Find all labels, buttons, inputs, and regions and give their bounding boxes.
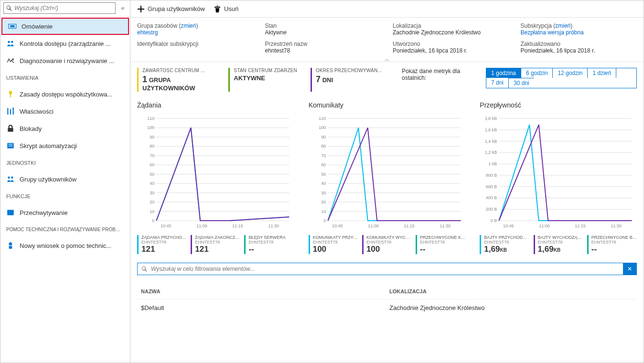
add-group-button[interactable]: Grupa użytkowników <box>137 5 205 13</box>
metric-label: ŻĄDANIA PRZYCHODZĄCE... <box>141 235 187 240</box>
sub-id-label: Identyfikator subskrypcji <box>137 41 254 47</box>
sidebar-search-input[interactable] <box>14 5 113 11</box>
time-pill[interactable]: 30 dni <box>509 78 534 88</box>
metric-sub: EHNTEST78 <box>313 240 358 245</box>
nav-item[interactable]: Zasady dostępu współużytkowa... <box>0 85 130 103</box>
chart-box[interactable]: 0 B200 B400 B600 B800 B1 kB1,2 kB1,4 kB1… <box>480 116 637 230</box>
delete-button[interactable]: Usuń <box>214 5 238 13</box>
filter-box[interactable]: ✕ <box>137 263 637 275</box>
svg-rect-8 <box>13 107 14 115</box>
chart-title: Przepływność <box>480 101 637 109</box>
svg-rect-17 <box>9 246 12 249</box>
status-card: STAN CENTRUM ZDARZEŃAKTYWNE <box>228 68 297 92</box>
svg-text:20: 20 <box>321 200 326 204</box>
svg-text:1,4 kB: 1,4 kB <box>485 139 497 144</box>
nav-item[interactable]: Skrypt automatyzacji <box>0 137 130 154</box>
chart-title: Komunikaty <box>309 101 466 109</box>
svg-text:600 B: 600 B <box>486 184 497 189</box>
svg-text:10:45: 10:45 <box>503 224 514 228</box>
svg-text:11:15: 11:15 <box>575 224 586 228</box>
chart-column: Żądania010203040506070809010011010:4511:… <box>137 101 294 254</box>
svg-text:400 B: 400 B <box>486 195 497 200</box>
sidebar-collapse-button[interactable]: « <box>118 4 127 12</box>
metrics-row: KOMUNIKATY PRZYCHO...EHNTEST78100KOMUNIK… <box>309 235 466 254</box>
main-panel: Grupa użytkowników Usuń Grupa zasobów (z… <box>130 0 644 363</box>
metric-card: BŁĘDY SERWERAEHNTEST78-- <box>244 235 294 254</box>
metric-sub: EHNTEST78 <box>420 240 465 245</box>
nav-item-label: Właściwości <box>20 108 54 115</box>
svg-rect-1 <box>11 25 15 28</box>
svg-text:90: 90 <box>321 135 326 139</box>
items-table: NAZWA LOKALIZACJA $DefaultZachodnie Zjed… <box>137 284 637 316</box>
svg-text:1,8 kB: 1,8 kB <box>485 116 497 121</box>
time-pill[interactable]: 1 dzień <box>588 68 616 78</box>
nav-item-label: Grupy użytkowników <box>20 176 76 183</box>
collapse-details-button[interactable]: ︽ <box>385 56 389 63</box>
sidebar-search[interactable] <box>3 2 116 14</box>
created-value: Poniedziałek, 16 lipca 2018 r. <box>393 47 509 54</box>
nav-item[interactable]: Właściwości <box>0 103 130 120</box>
nav-item[interactable]: Przechwytywanie <box>0 204 130 221</box>
status-card-value: AKTYWNE <box>234 75 297 82</box>
time-pill[interactable]: 1 godzina <box>486 68 521 78</box>
svg-text:50: 50 <box>150 172 154 177</box>
nav-item-label: Przechwytywanie <box>20 209 67 216</box>
subscription-value[interactable]: Bezpłatna wersja próbna <box>521 29 637 36</box>
svg-text:0 B: 0 B <box>491 218 497 223</box>
svg-point-3 <box>11 41 13 43</box>
time-pill[interactable]: 6 godzin <box>521 68 553 78</box>
svg-text:11:00: 11:00 <box>539 224 550 228</box>
state-value: Aktywne <box>265 29 382 36</box>
nav-item-icon <box>6 208 15 217</box>
metric-value: 100 <box>313 245 358 254</box>
metric-value: 1,69KB <box>538 245 583 254</box>
nav-header-jednostki: JEDNOSTKI <box>0 154 130 169</box>
nav-item[interactable]: Nowy wniosek o pomoc technic... <box>0 237 130 254</box>
nav-item[interactable]: Blokady <box>0 120 130 137</box>
location-label: Lokalizacja <box>393 22 509 29</box>
status-card-value: 7 DNI <box>316 75 383 85</box>
svg-rect-9 <box>8 128 13 132</box>
nav-item[interactable]: Diagnozowanie i rozwiązywanie ... <box>0 52 130 69</box>
svg-text:11:30: 11:30 <box>440 224 451 228</box>
table-row[interactable]: $DefaultZachodnie Zjednoczone Królestwo <box>137 299 637 316</box>
nav-item[interactable]: Omówienie <box>1 18 129 35</box>
nav-item[interactable]: Grupy użytkowników <box>0 171 130 188</box>
status-card-header: STAN CENTRUM ZDARZEŃ <box>234 68 297 73</box>
time-pill[interactable]: 7 dni <box>486 78 509 88</box>
state-label: Stan <box>265 22 382 29</box>
svg-rect-15 <box>7 210 14 215</box>
time-pill[interactable]: 12 godzin <box>553 68 588 78</box>
trash-icon <box>214 5 221 13</box>
nav-item-label: Kontrola dostępu (zarządzanie ... <box>20 40 111 47</box>
metrics-row: BAJTY PRZYCHODZĄCE (...EHNTEST781,69KBBA… <box>480 235 637 254</box>
subscription-change-link[interactable]: zmień <box>555 22 570 29</box>
svg-text:10:45: 10:45 <box>332 224 343 228</box>
svg-rect-11 <box>9 144 13 145</box>
nav-item-icon <box>6 39 15 48</box>
metric-label: KOMUNIKATY WYCHOD... <box>366 235 412 240</box>
filter-clear-button[interactable]: ✕ <box>623 263 636 275</box>
svg-text:11:00: 11:00 <box>368 224 379 228</box>
nav-header-pomoc: POMOC TECHNICZNA I ROZWIĄZYWANIE PROB… <box>0 221 130 235</box>
svg-text:11:30: 11:30 <box>611 224 622 228</box>
svg-text:60: 60 <box>321 162 326 167</box>
metric-value: -- <box>591 245 637 254</box>
status-card: ZAWARTOŚĆ CENTRUM ...1 GRUPA UŻYTKOWNIKÓ… <box>137 68 215 92</box>
metric-label: ŻĄDANIA ZAKOŃCZONE ... <box>195 235 240 240</box>
details-strip: Grupa zasobów (zmień) ehtestrg Identyfik… <box>130 18 644 62</box>
resource-group-value[interactable]: ehtestrg <box>137 29 254 36</box>
svg-text:10: 10 <box>150 209 154 214</box>
nav-item-label: Diagnozowanie i rozwiązywanie ... <box>20 57 114 64</box>
metric-sub: EHNTEST78 <box>141 240 187 245</box>
chart-box[interactable]: 010203040506070809010011010:4511:0011:15… <box>309 116 466 230</box>
svg-point-4 <box>9 91 12 94</box>
metric-card: PRZECHWYCONE BAJTYEHNTEST78-- <box>587 235 637 254</box>
chart-box[interactable]: 010203040506070809010011010:4511:0011:15… <box>137 116 294 230</box>
filter-input[interactable] <box>151 263 623 275</box>
nav-item[interactable]: Kontrola dostępu (zarządzanie ... <box>0 35 130 52</box>
nav-item-label: Omówienie <box>21 23 53 30</box>
resource-group-change-link[interactable]: zmień <box>181 22 196 29</box>
time-range-label: Pokaż dane metryk dla ostatnich: <box>402 68 478 81</box>
nav-item-icon <box>6 241 15 250</box>
